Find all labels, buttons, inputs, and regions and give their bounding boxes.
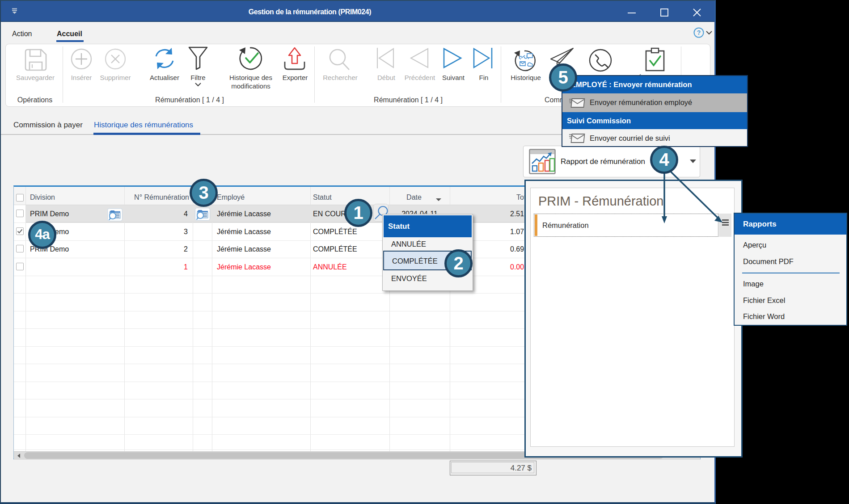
svg-text:?: ? [697, 29, 701, 36]
